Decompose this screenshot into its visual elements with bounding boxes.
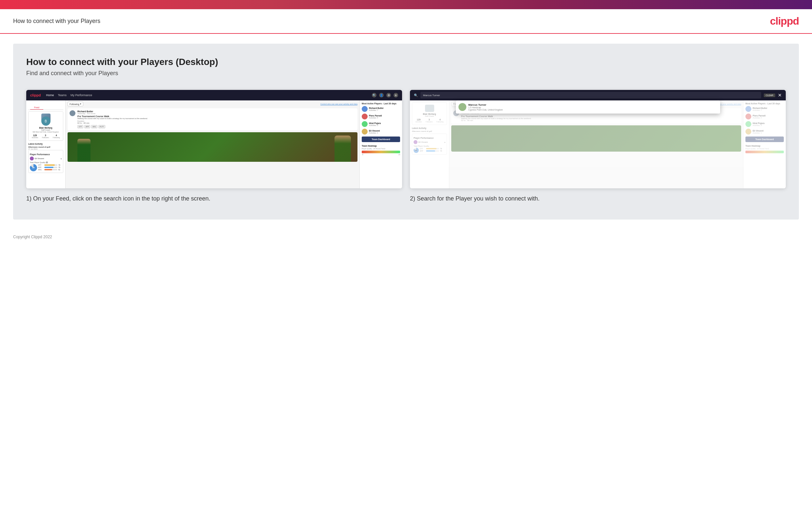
app-logo-1: clippd <box>30 93 41 97</box>
search-result-avatar <box>459 103 466 111</box>
search-result-club: Cypress Point Club, United Kingdom <box>468 109 503 111</box>
tag-putt-1: PUTT <box>98 125 105 128</box>
search-icon-2[interactable]: 🔍 <box>414 93 418 97</box>
screenshots-row: clippd Home Teams My Performance 🔍 👤 ⚙ B <box>26 90 786 203</box>
stats-row-2: 129Activities 3Followers 4Following <box>414 119 445 123</box>
heatmap-title-1: Team Heatmap <box>362 145 400 147</box>
dropdown-arrow-1[interactable]: ▾ <box>61 158 62 160</box>
control-link-1[interactable]: Control who can see your activity and da… <box>321 103 357 105</box>
nav-teams-1[interactable]: Teams <box>58 93 66 97</box>
tag-arg-1: ARG <box>91 125 97 128</box>
app-nav-icons-1: 🔍 👤 ⚙ B <box>372 93 398 97</box>
player-avatar-3 <box>362 121 368 127</box>
page-title: How to connect with your Players <box>13 18 100 25</box>
player-info-3: Hiral Pujara Activities: 3 <box>369 122 400 126</box>
duration-1: 02 hr : 00 min <box>78 122 355 124</box>
heatmap-bar-1 <box>362 151 400 153</box>
activities-stat: 129 Activities <box>32 134 38 138</box>
golf-image-1 <box>67 132 357 162</box>
player-name-sm-1: Eli Vincent <box>35 158 44 160</box>
most-active-title-1: Most Active Players - Last 30 days <box>362 102 400 105</box>
right-panel-1: Most Active Players - Last 30 days Richa… <box>360 100 402 188</box>
player-item-3: Hiral Pujara Activities: 3 <box>362 121 400 127</box>
search-result-handicap: 1-5 Handicap <box>468 106 503 109</box>
team-dashboard-btn-1[interactable]: Team Dashboard <box>362 136 400 142</box>
app-nav-1: Home Teams My Performance <box>46 93 92 97</box>
app-body-1: Feed B Blair McHarg Golf Coa <box>26 100 402 188</box>
player-avatar-1 <box>362 106 368 112</box>
player-info-4: Eli Vincent Activities: 1 <box>369 130 400 134</box>
player-info-2: Piers Parnell Activities: 4 <box>369 115 400 119</box>
search-result-item[interactable]: Marcus Turner 1-5 Handicap Cypress Point… <box>459 103 718 111</box>
step-2-description: 2) Search for the Player you wish to con… <box>410 194 786 203</box>
logo: clippd <box>770 15 799 27</box>
main-subtitle: Find and connect with your Players <box>26 70 786 77</box>
middle-panel-1: Following ▾ Control who can see your act… <box>65 100 360 188</box>
profile-club-1: Mill Ride Golf Club, United Kingdom <box>30 131 62 133</box>
left-panel-2: Blair McHarg Golf Coach 129Activities 3F… <box>410 100 449 188</box>
player-selector-2: Eli Vincent ▾ <box>414 140 445 144</box>
activity-card-1: Richard Butler Yesterday · The Grove Pre… <box>67 108 357 130</box>
bell-icon-1[interactable]: ⚙ <box>386 93 391 97</box>
search-icon-1[interactable]: 🔍 <box>372 93 377 97</box>
main-title: How to connect with your Players (Deskto… <box>26 57 786 67</box>
player-perf-2: Player Performance Eli Vincent ▾ Total P… <box>412 134 447 155</box>
search-dropdown: Marcus Turner 1-5 Handicap Cypress Point… <box>456 100 720 114</box>
nav-home-1[interactable]: Home <box>46 93 54 97</box>
main-content: How to connect with your Players (Deskto… <box>13 44 799 219</box>
activity-avatar-1 <box>69 110 76 116</box>
clear-button[interactable]: CLEAR <box>764 93 775 97</box>
player-avatar-2 <box>362 114 368 120</box>
profile-avatar-1: B <box>41 117 50 126</box>
app-topbar-1: clippd Home Teams My Performance 🔍 👤 ⚙ B <box>26 90 402 100</box>
profile-name-1: Blair McHarg <box>30 127 62 129</box>
dimmed-bg: Blair McHarg Golf Coach 129Activities 3F… <box>410 100 786 188</box>
player-selector-1[interactable]: Eli Vincent ▾ <box>30 157 62 161</box>
activity-title-1: Pre Tournament Course Walk <box>78 115 355 118</box>
nav-performance-1[interactable]: My Performance <box>70 93 92 97</box>
feed-tab-1[interactable]: Feed <box>30 104 43 110</box>
close-button-search[interactable]: ✕ <box>778 92 782 98</box>
player-avatar-4 <box>362 129 368 134</box>
player-info-1: Richard Butler Activities: 7 <box>369 107 400 111</box>
player-item-1: Richard Butler Activities: 7 <box>362 106 400 112</box>
tag-ott-1: OTT <box>78 125 83 128</box>
activity-content-1: Richard Butler Yesterday · The Grove Pre… <box>78 110 355 128</box>
footer: Copyright Clippd 2022 <box>0 229 812 245</box>
top-bar <box>0 0 812 9</box>
activity-meta-1: Yesterday · The Grove <box>78 113 355 115</box>
player-list-1: Richard Butler Activities: 7 Piers Parne… <box>362 106 400 134</box>
screenshot-2-container: 🔍 Marcus Turner CLEAR ✕ Blair Mc <box>410 90 786 203</box>
profile-card-2: Blair McHarg Golf Coach 129Activities 3F… <box>412 102 447 125</box>
heatmap-section-1: Team Heatmap Player Quality - 20 Round T… <box>362 145 400 156</box>
bar-ott-1: OTT 79 <box>38 164 62 166</box>
header: How to connect with your Players clippd <box>0 9 812 34</box>
bar-arg-1: ARG 61 <box>38 169 62 171</box>
quality-label-1: Total Player Quality i <box>30 162 62 163</box>
search-input-2[interactable]: Marcus Turner <box>420 92 761 98</box>
avatar-icon-1[interactable]: B <box>393 93 398 97</box>
player-item-4: Eli Vincent Activities: 1 <box>362 129 400 134</box>
profile-card-1: B Blair McHarg Golf Coach Mill Ride Golf… <box>28 111 63 141</box>
tag-app-1: APP <box>84 125 90 128</box>
score-circle-1: 84 <box>30 164 37 171</box>
heatmap-labels-1: -5 +5 <box>362 154 400 156</box>
copyright: Copyright Clippd 2022 <box>13 235 52 239</box>
following-button-1[interactable]: Following ▾ <box>67 102 83 106</box>
app-body-2-bg: Blair McHarg Golf Coach 129Activities 3F… <box>410 100 786 188</box>
followers-stat: 3 Followers <box>42 134 49 138</box>
following-stat: 4 Following <box>53 134 60 138</box>
screenshot-1-frame: clippd Home Teams My Performance 🔍 👤 ⚙ B <box>26 90 402 188</box>
activity-desc-1: Walking the course with my coach to buil… <box>78 118 355 120</box>
activity-person-1: Richard Butler <box>78 110 355 113</box>
player-avatar-sm-1 <box>30 157 34 161</box>
player-perf-title-1: Player Performance <box>30 153 62 156</box>
search-result-info: Marcus Turner 1-5 Handicap Cypress Point… <box>468 103 503 111</box>
player-item-2: Piers Parnell Activities: 4 <box>362 114 400 120</box>
player-performance-section-1: Player Performance Eli Vincent ▾ Total P… <box>28 150 63 173</box>
left-panel-1: Feed B Blair McHarg Golf Coa <box>26 100 65 188</box>
profile-icon-1[interactable]: 👤 <box>379 93 384 97</box>
following-bar-1: Following ▾ Control who can see your act… <box>67 102 357 106</box>
search-result-name: Marcus Turner <box>468 103 503 106</box>
activity-tags-1: OTT APP ARG PUTT <box>78 125 355 128</box>
